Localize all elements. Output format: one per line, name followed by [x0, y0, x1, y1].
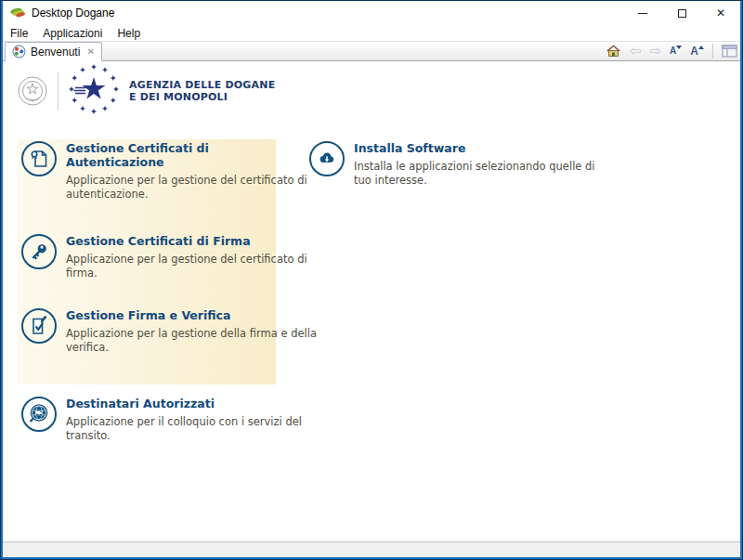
editor-toolbar: ⇦ ⇨ A A: [606, 42, 740, 60]
menu-file[interactable]: File: [10, 27, 28, 40]
item-title[interactable]: Gestione Certificati di Firma: [66, 234, 280, 248]
close-icon: ✕: [716, 7, 725, 20]
sign-verify-icon: [21, 308, 57, 344]
back-icon[interactable]: ⇦: [630, 44, 642, 59]
app-window: Desktop Dogane ✕ File Applicazioni Help …: [1, 1, 742, 559]
home-icon[interactable]: [606, 44, 621, 59]
agency-header: AGENZIA DELLE DOGANE E DEI MONOPOLI: [16, 63, 275, 119]
item-description: Applicazione per la gestione della firma…: [66, 327, 319, 354]
item-description: Applicazione per la gestione del certifi…: [66, 174, 319, 201]
menu-applicazioni[interactable]: Applicazioni: [43, 27, 102, 40]
key-icon: [21, 234, 57, 269]
window-controls: ✕: [623, 1, 740, 25]
menu-help[interactable]: Help: [117, 27, 140, 40]
globe-truck-search-icon: [21, 397, 57, 432]
maximize-icon: [678, 9, 686, 18]
item-title[interactable]: Gestione Firma e Verifica: [66, 308, 280, 322]
title-bar: Desktop Dogane ✕: [3, 1, 740, 25]
menu-bar: File Applicazioni Help: [3, 25, 740, 41]
forward-icon[interactable]: ⇨: [650, 44, 662, 59]
welcome-page: AGENZIA DELLE DOGANE E DEI MONOPOLI Gest…: [3, 61, 740, 541]
tab-close-icon[interactable]: ✕: [86, 46, 94, 57]
item-description: Applicazione per il colloquio con i serv…: [66, 415, 319, 442]
tab-label: Benvenuti: [31, 46, 80, 59]
close-button[interactable]: ✕: [701, 1, 740, 25]
item-title[interactable]: Gestione Certificati di Autenticazione: [66, 141, 280, 169]
increase-font-icon[interactable]: A: [690, 45, 704, 58]
item-gestione-certificati-firma[interactable]: Gestione Certificati di Firma Applicazio…: [21, 234, 319, 280]
agency-name: AGENZIA DELLE DOGANE E DEI MONOPOLI: [129, 79, 275, 104]
dogane-star-logo-icon: [67, 64, 121, 118]
welcome-tab-icon: [12, 45, 26, 59]
header-divider: [58, 72, 59, 111]
item-description: Applicazione per la gestione del certifi…: [66, 253, 319, 280]
status-bar: [3, 541, 740, 557]
agency-name-line2: E DEI MONOPOLI: [129, 91, 275, 104]
minimize-icon: [638, 13, 647, 14]
tab-bar: Benvenuti ✕ ⇦ ⇨ A A: [3, 41, 740, 61]
decrease-font-icon[interactable]: A: [670, 45, 682, 58]
toolbar-separator: [712, 44, 713, 59]
italian-republic-emblem-icon: [16, 74, 49, 108]
certificate-badge-icon: [21, 141, 57, 176]
minimize-button[interactable]: [623, 1, 662, 25]
item-gestione-firma-verifica[interactable]: Gestione Firma e Verifica Applicazione p…: [21, 308, 319, 354]
agency-name-line1: AGENZIA DELLE DOGANE: [129, 79, 275, 92]
tab-benvenuti[interactable]: Benvenuti ✕: [5, 42, 102, 61]
perspective-icon[interactable]: [722, 44, 737, 59]
item-description: Installa le applicazioni selezionando qu…: [354, 160, 614, 187]
cloud-download-icon: [309, 141, 345, 176]
app-logo-icon: [9, 6, 26, 20]
item-title[interactable]: Installa Software: [354, 141, 567, 155]
item-destinatari-autorizzati[interactable]: Destinatari Autorizzati Applicazione per…: [21, 397, 319, 442]
item-installa-software[interactable]: Installa Software Installa le applicazio…: [309, 141, 614, 187]
window-title: Desktop Dogane: [32, 7, 114, 20]
item-title[interactable]: Destinatari Autorizzati: [66, 397, 280, 410]
item-gestione-certificati-autenticazione[interactable]: Gestione Certificati di Autenticazione A…: [21, 141, 319, 201]
maximize-button[interactable]: [662, 1, 701, 25]
